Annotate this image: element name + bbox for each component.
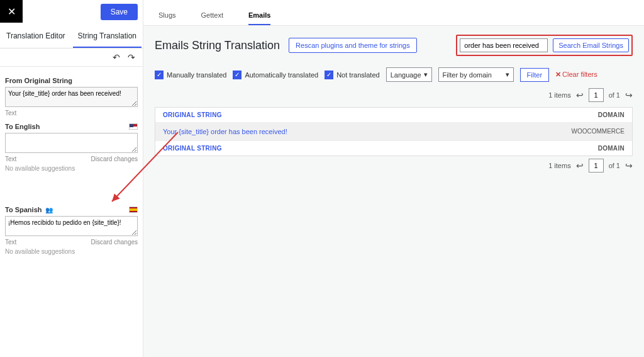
language-select[interactable]: Language▾	[386, 67, 432, 82]
search-group: Search Email Strings	[456, 35, 633, 56]
discard-changes-en[interactable]: Discard changes	[91, 156, 138, 162]
prev-page-icon[interactable]: ↩	[576, 90, 584, 100]
to-spanish-label: To Spanish 👥	[5, 206, 53, 213]
text-label-es: Text	[5, 239, 16, 246]
text-label: Text	[5, 110, 16, 116]
chk-not[interactable]: Not translated	[325, 71, 379, 79]
to-english-label: To English	[5, 123, 40, 130]
no-suggestions-es: No available suggestions	[5, 248, 138, 255]
tab-string-translation[interactable]: String Translation	[73, 25, 142, 48]
sidebar-tabs: Translation Editor String Translation	[0, 25, 143, 48]
people-icon: 👥	[45, 207, 53, 213]
main-area: Slugs Gettext Emails Emails String Trans…	[143, 0, 644, 357]
x-icon: ✕	[555, 71, 561, 78]
redo-icon[interactable]: ↷	[128, 52, 135, 62]
history-nav: ↶ ↷	[0, 48, 143, 67]
of-label-b: of 1	[609, 162, 620, 169]
flag-es-icon	[129, 207, 138, 213]
checkbox-icon	[155, 71, 164, 79]
table-row[interactable]: Your {site_title} order has been receive…	[155, 122, 632, 140]
chevron-down-icon: ▾	[506, 71, 509, 79]
checkbox-icon	[233, 71, 242, 79]
to-english-textarea[interactable]	[5, 133, 138, 153]
from-original-label: From Original String	[5, 77, 138, 84]
page-input[interactable]	[589, 88, 604, 102]
tab-gettext[interactable]: Gettext	[201, 6, 223, 25]
text-label-en: Text	[5, 156, 16, 162]
prev-page-icon-b[interactable]: ↩	[576, 161, 584, 171]
tab-translation-editor[interactable]: Translation Editor	[1, 25, 70, 48]
chk-auto[interactable]: Automatically translated	[233, 71, 318, 79]
th-original-2: ORIGINAL STRING	[163, 145, 222, 152]
close-icon: ✕	[8, 6, 16, 18]
chk-manual[interactable]: Manually translated	[155, 71, 226, 79]
th-original: ORIGINAL STRING	[163, 111, 222, 118]
filters-row: Manually translated Automatically transl…	[155, 67, 633, 82]
row-domain: WOOCOMMERCE	[572, 128, 625, 135]
rescan-button[interactable]: Rescan plugins and theme for strings	[289, 38, 417, 53]
next-page-icon-b[interactable]: ↪	[625, 161, 633, 171]
pager-bottom: 1 items ↩ of 1 ↪	[155, 159, 633, 173]
of-label: of 1	[609, 91, 620, 99]
from-original-textarea[interactable]	[5, 87, 138, 107]
th-domain-2: DOMAIN	[598, 145, 625, 152]
close-button[interactable]: ✕	[0, 0, 23, 23]
discard-changes-es[interactable]: Discard changes	[91, 239, 138, 246]
chevron-down-icon: ▾	[424, 71, 428, 79]
row-original: Your {site_title} order has been receive…	[163, 128, 287, 135]
checkbox-icon	[325, 71, 333, 79]
filter-button[interactable]: Filter	[520, 68, 549, 82]
page-title: Emails String Translation	[155, 39, 280, 52]
domain-select[interactable]: Filter by domain▾	[438, 67, 514, 82]
tab-emails[interactable]: Emails	[248, 6, 270, 25]
sidebar: ✕ Save Translation Editor String Transla…	[0, 0, 143, 357]
search-button[interactable]: Search Email Strings	[553, 38, 629, 52]
items-count-b: 1 items	[548, 162, 570, 169]
th-domain: DOMAIN	[598, 111, 625, 118]
clear-filters[interactable]: ✕Clear filters	[555, 71, 597, 79]
next-page-icon[interactable]: ↪	[625, 90, 633, 100]
undo-icon[interactable]: ↶	[113, 52, 120, 62]
save-button[interactable]: Save	[101, 4, 138, 20]
strings-table: ORIGINAL STRING DOMAIN Your {site_title}…	[155, 107, 633, 156]
main-tabs: Slugs Gettext Emails	[143, 0, 644, 26]
flag-us-icon	[129, 123, 138, 130]
items-count: 1 items	[548, 91, 570, 99]
page-input-b[interactable]	[589, 159, 604, 173]
search-input[interactable]	[460, 38, 548, 52]
to-spanish-textarea[interactable]	[5, 216, 138, 236]
tab-slugs[interactable]: Slugs	[158, 6, 176, 25]
no-suggestions-en: No available suggestions	[5, 165, 138, 172]
pager-top: 1 items ↩ of 1 ↪	[155, 88, 633, 102]
